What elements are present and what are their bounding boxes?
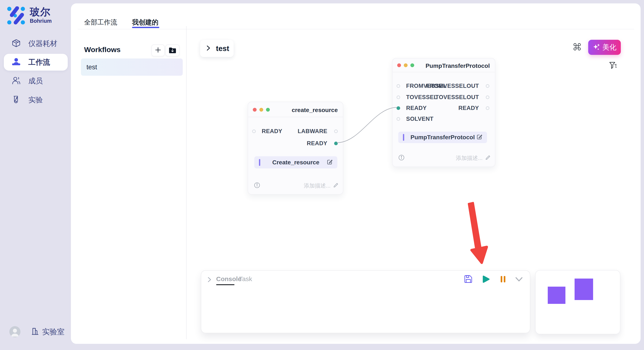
port-ready-out[interactable]: READY <box>307 140 338 147</box>
tab-created-by-me[interactable]: 我创建的 <box>132 18 158 27</box>
experiment-icon <box>12 95 21 105</box>
import-folder-button[interactable] <box>166 44 180 56</box>
green-dot-icon <box>266 108 270 112</box>
console-tab[interactable]: Console <box>216 275 241 283</box>
port-circle[interactable] <box>396 95 400 99</box>
sidebar-item-experiment[interactable]: 实验 <box>4 92 68 108</box>
node-title: create_resource <box>292 107 338 114</box>
sidebar-item-members[interactable]: 成员 <box>4 73 68 89</box>
port-labware-out[interactable]: LABWARE <box>298 128 338 134</box>
traffic-dots <box>253 108 270 112</box>
chevron-right-icon <box>206 45 211 52</box>
port-label: LABWARE <box>298 128 327 135</box>
port-circle[interactable] <box>486 106 490 110</box>
add-workflow-button[interactable] <box>152 44 164 56</box>
node-header: create_resource <box>248 102 343 117</box>
port-label: SOLVENT <box>406 116 434 122</box>
port-ready-out[interactable]: READY <box>458 105 490 111</box>
tab-all-workflows[interactable]: 全部工作流 <box>84 18 117 27</box>
filter-icon <box>609 66 617 70</box>
port-circle[interactable] <box>396 117 400 121</box>
node-action-button[interactable]: Create_resource <box>254 156 337 169</box>
building-icon <box>31 327 39 336</box>
red-dot-icon <box>397 63 401 67</box>
port-tovesselout[interactable]: TOVESSELOUT <box>435 94 490 100</box>
workflow-icon <box>12 57 21 67</box>
breadcrumb-label: test <box>216 44 229 53</box>
pencil-icon <box>485 155 491 161</box>
sidebar-item-label: 仪器耗材 <box>28 39 57 48</box>
accent-bar <box>403 134 404 141</box>
lab-switcher[interactable]: 实验室 <box>31 327 64 337</box>
command-icon <box>573 48 582 52</box>
lab-label: 实验室 <box>42 327 64 337</box>
user-avatar[interactable] <box>9 326 20 337</box>
sidebar-item-label: 实验 <box>28 95 43 105</box>
console-collapse-chevron[interactable] <box>207 276 212 284</box>
tabbar-divider <box>78 29 634 29</box>
edit-icon[interactable] <box>476 134 483 141</box>
minimap[interactable] <box>535 270 620 334</box>
port-circle[interactable] <box>334 130 338 133</box>
port-label: READY <box>406 105 427 111</box>
breadcrumb[interactable]: test <box>200 40 234 57</box>
beautify-button[interactable]: 美化 <box>588 40 621 55</box>
port-circle[interactable] <box>486 84 490 88</box>
node-action-button[interactable]: PumpTransferProtocol <box>398 132 487 143</box>
console-tab-underline <box>216 284 234 285</box>
node-footer: 添加描述... <box>254 182 338 189</box>
workflow-list-item-test[interactable]: test <box>81 58 183 76</box>
port-solvent[interactable]: SOLVENT <box>396 116 434 122</box>
task-tab[interactable]: Task <box>239 275 252 283</box>
port-circle[interactable] <box>486 95 490 99</box>
port-circle-connected[interactable] <box>396 106 400 110</box>
console-panel: Console Task <box>201 270 530 333</box>
run-button[interactable] <box>482 275 490 284</box>
node-create-resource[interactable]: create_resource READY LABWARE READY Crea… <box>248 102 343 194</box>
node-pump-transfer-protocol[interactable]: PumpTransferProtocol FROMVESSEL TOVESSEL… <box>392 58 495 167</box>
box-icon <box>12 39 21 48</box>
description-placeholder: 添加描述... <box>304 182 330 189</box>
yellow-dot-icon <box>260 108 263 112</box>
members-icon <box>12 76 21 86</box>
yellow-dot-icon <box>404 63 408 67</box>
port-ready-in[interactable]: READY <box>252 128 282 134</box>
node-header: PumpTransferProtocol <box>392 58 495 72</box>
workflows-panel-title: Workflows <box>84 45 120 54</box>
beautify-label: 美化 <box>602 42 616 52</box>
port-circle[interactable] <box>396 84 400 88</box>
add-description[interactable]: 添加描述... <box>304 182 338 189</box>
filter-button[interactable] <box>609 61 617 70</box>
node-title: PumpTransferProtocol <box>426 62 490 69</box>
port-label: READY <box>307 140 327 147</box>
brand-logo: 玻尔 Bohrium <box>7 6 52 25</box>
plus-icon <box>155 47 161 54</box>
pause-button[interactable] <box>499 275 507 284</box>
bohrium-logo-icon <box>7 6 25 25</box>
description-placeholder: 添加描述... <box>456 154 482 162</box>
edit-icon[interactable] <box>327 159 333 166</box>
add-description[interactable]: 添加描述... <box>456 154 491 162</box>
port-circle-connected[interactable] <box>334 142 338 145</box>
main-content: 全部工作流 我创建的 Workflows test test <box>71 3 640 344</box>
green-dot-icon <box>410 63 414 67</box>
node-action-label: PumpTransferProtocol <box>410 134 475 141</box>
accent-bar <box>259 159 260 166</box>
port-fromvesselout[interactable]: FROMVESSELOUT <box>426 83 490 89</box>
sidebar-item-workflow[interactable]: 工作流 <box>4 54 68 71</box>
port-circle[interactable] <box>252 130 256 133</box>
info-icon[interactable] <box>254 182 260 189</box>
info-icon[interactable] <box>398 154 405 162</box>
save-button[interactable] <box>464 275 473 284</box>
port-tovessel[interactable]: TOVESSEL <box>396 94 438 100</box>
pencil-icon <box>333 182 338 189</box>
port-label: TOVESSEL <box>406 94 438 101</box>
command-palette-button[interactable] <box>573 42 582 52</box>
minimap-node <box>548 287 566 304</box>
sidebar-item-consumables[interactable]: 仪器耗材 <box>4 35 68 52</box>
node-footer: 添加描述... <box>398 154 491 162</box>
port-ready-in[interactable]: READY <box>396 105 427 111</box>
chevron-down-icon[interactable] <box>515 277 523 283</box>
folder-download-icon <box>169 46 176 54</box>
node-action-label: Create_resource <box>272 159 319 166</box>
